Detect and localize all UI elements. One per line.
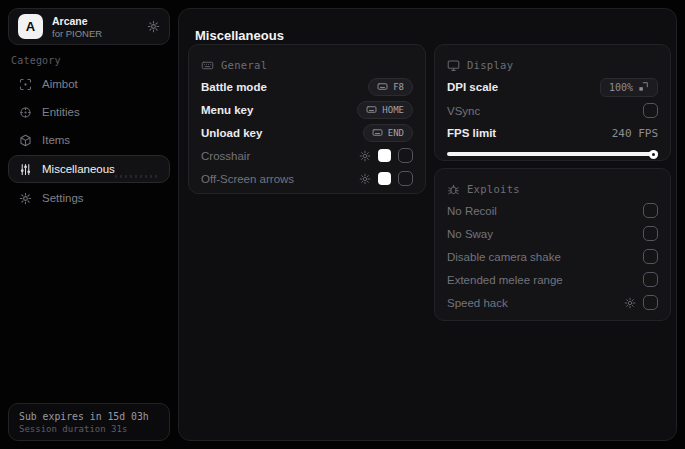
extended-melee-range-checkbox[interactable] bbox=[643, 272, 658, 287]
crosshair-color-swatch[interactable] bbox=[378, 149, 391, 162]
fps-limit-slider[interactable] bbox=[447, 148, 658, 160]
keyboard-icon bbox=[201, 59, 214, 72]
no-sway-row: No Sway bbox=[447, 222, 658, 245]
no-recoil-checkbox[interactable] bbox=[643, 203, 658, 218]
speed-hack-checkbox[interactable] bbox=[643, 295, 658, 310]
speed-hack-row: Speed hack bbox=[447, 291, 658, 314]
slider-knob[interactable] bbox=[649, 150, 658, 159]
slider-track bbox=[447, 152, 658, 156]
general-card: General Battle mode F8 Menu key bbox=[188, 44, 426, 194]
fps-limit-label: FPS limit bbox=[447, 127, 496, 139]
speed-hack-label: Speed hack bbox=[447, 297, 508, 309]
keybind-value: F8 bbox=[393, 82, 404, 92]
sidebar-item-label: Miscellaneous bbox=[42, 163, 115, 175]
category-label: Category bbox=[11, 55, 61, 66]
active-item-dots bbox=[115, 175, 159, 178]
gear-icon bbox=[19, 192, 32, 205]
vsync-row: VSync bbox=[447, 99, 658, 122]
fps-limit-value: 240 FPS bbox=[612, 127, 658, 140]
sidebar-item-label: Entities bbox=[42, 106, 80, 118]
battle-mode-label: Battle mode bbox=[201, 81, 267, 93]
battle-mode-keybind[interactable]: F8 bbox=[368, 78, 413, 96]
keyboard-icon bbox=[377, 81, 388, 92]
disable-camera-shake-row: Disable camera shake bbox=[447, 245, 658, 268]
dpi-scale-label: DPI scale bbox=[447, 81, 498, 93]
scan-icon bbox=[19, 78, 32, 91]
menu-key-row: Menu key HOME bbox=[201, 98, 413, 121]
scale-icon bbox=[638, 81, 649, 94]
keybind-value: END bbox=[388, 128, 404, 138]
sub-expiry-text: Sub expires in 15d 03h bbox=[19, 411, 159, 422]
display-card-header: Display bbox=[447, 55, 658, 75]
display-card: Display DPI scale 100% VSync FPS limit 2… bbox=[434, 44, 671, 161]
brand-text: Arcane for PIONER bbox=[52, 15, 102, 39]
gear-icon[interactable] bbox=[359, 150, 371, 162]
exploits-card-header: Exploits bbox=[447, 179, 658, 199]
keyboard-icon bbox=[366, 104, 377, 115]
general-card-header: General bbox=[201, 55, 413, 75]
sidebar-item-aimbot[interactable]: Aimbot bbox=[8, 71, 170, 97]
extended-melee-range-row: Extended melee range bbox=[447, 268, 658, 291]
sliders-icon bbox=[19, 163, 32, 176]
target-icon bbox=[19, 106, 32, 119]
app-logo: A bbox=[18, 14, 43, 39]
exploits-card: Exploits No Recoil No Sway Disable camer… bbox=[434, 168, 671, 321]
battle-mode-row: Battle mode F8 bbox=[201, 75, 413, 98]
gear-icon[interactable] bbox=[624, 297, 636, 309]
dpi-scale-row: DPI scale 100% bbox=[447, 75, 658, 99]
disable-camera-shake-label: Disable camera shake bbox=[447, 251, 561, 263]
main-panel: Miscellaneous General Battle mode F8 bbox=[178, 8, 677, 441]
no-sway-label: No Sway bbox=[447, 228, 493, 240]
exploits-card-title: Exploits bbox=[467, 183, 520, 195]
menu-key-label: Menu key bbox=[201, 104, 253, 116]
vsync-label: VSync bbox=[447, 105, 480, 117]
crosshair-row: Crosshair bbox=[201, 144, 413, 167]
no-recoil-row: No Recoil bbox=[447, 199, 658, 222]
no-recoil-label: No Recoil bbox=[447, 205, 497, 217]
crosshair-checkbox[interactable] bbox=[398, 148, 413, 163]
extended-melee-range-label: Extended melee range bbox=[447, 274, 563, 286]
gear-icon[interactable] bbox=[147, 20, 160, 33]
disable-camera-shake-checkbox[interactable] bbox=[643, 249, 658, 264]
menu-key-keybind[interactable]: HOME bbox=[357, 101, 413, 119]
sidebar-item-items[interactable]: Items bbox=[8, 127, 170, 153]
cube-icon bbox=[19, 134, 32, 147]
sidebar-item-label: Aimbot bbox=[42, 78, 78, 90]
offscreen-arrows-checkbox[interactable] bbox=[398, 171, 413, 186]
offscreen-arrows-row: Off-Screen arrows bbox=[201, 167, 413, 190]
category-nav: Aimbot Entities Items bbox=[8, 71, 170, 213]
offscreen-arrows-label: Off-Screen arrows bbox=[201, 173, 294, 185]
dpi-scale-value: 100% bbox=[609, 82, 633, 93]
display-card-title: Display bbox=[467, 59, 513, 71]
gear-icon[interactable] bbox=[359, 173, 371, 185]
monitor-icon bbox=[447, 59, 460, 72]
sidebar-item-label: Items bbox=[42, 134, 70, 146]
general-card-title: General bbox=[221, 59, 267, 71]
app-name: Arcane bbox=[52, 15, 102, 27]
sidebar-item-label: Settings bbox=[42, 192, 84, 204]
offscreen-arrows-color-swatch[interactable] bbox=[378, 172, 391, 185]
sidebar-item-miscellaneous[interactable]: Miscellaneous bbox=[8, 155, 170, 183]
dpi-scale-stepper[interactable]: 100% bbox=[600, 78, 658, 97]
keybind-value: HOME bbox=[382, 105, 404, 115]
page-title: Miscellaneous bbox=[195, 28, 284, 43]
vsync-checkbox[interactable] bbox=[643, 103, 658, 118]
bug-icon bbox=[447, 183, 460, 196]
app-subtitle: for PIONER bbox=[52, 28, 102, 39]
sidebar-item-entities[interactable]: Entities bbox=[8, 99, 170, 125]
brand-card: A Arcane for PIONER bbox=[8, 8, 170, 45]
keyboard-icon bbox=[372, 127, 383, 138]
session-duration-text: Session duration 31s bbox=[19, 424, 159, 434]
no-sway-checkbox[interactable] bbox=[643, 226, 658, 241]
unload-key-keybind[interactable]: END bbox=[363, 124, 413, 142]
subscription-card: Sub expires in 15d 03h Session duration … bbox=[8, 403, 170, 441]
fps-limit-row: FPS limit 240 FPS bbox=[447, 122, 658, 144]
sidebar-item-settings[interactable]: Settings bbox=[8, 185, 170, 211]
unload-key-label: Unload key bbox=[201, 127, 262, 139]
sidebar: A Arcane for PIONER Category Aimbot bbox=[0, 0, 178, 449]
crosshair-label: Crosshair bbox=[201, 150, 250, 162]
unload-key-row: Unload key END bbox=[201, 121, 413, 144]
